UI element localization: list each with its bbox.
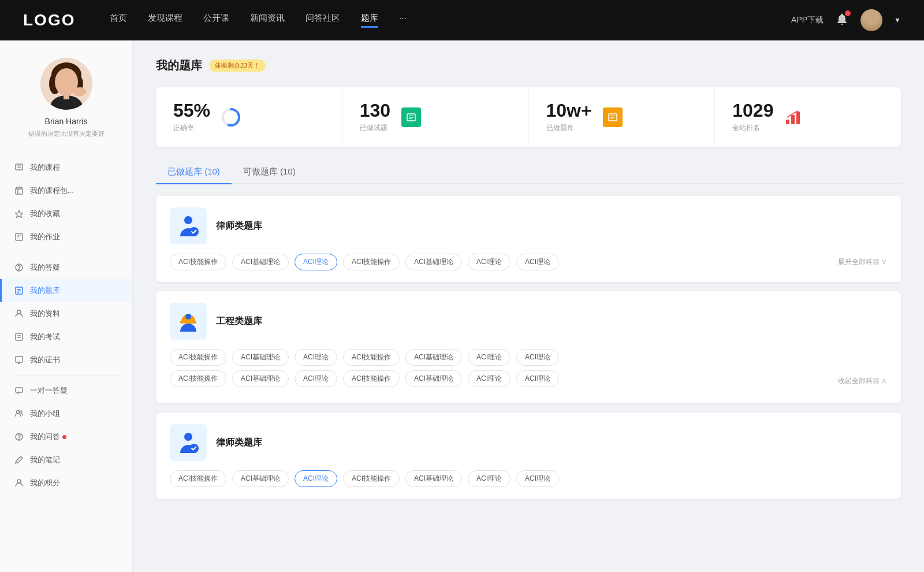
qbank-card-2-header: 工程类题库 bbox=[170, 303, 887, 340]
notification-bell[interactable] bbox=[835, 12, 849, 28]
sidebar-item-my-profile[interactable]: 我的资料 bbox=[0, 302, 132, 325]
sidebar-item-my-course[interactable]: 我的课程 bbox=[0, 156, 132, 179]
my-questions-icon bbox=[14, 432, 24, 442]
sidebar-item-my-qbank[interactable]: 我的题库 bbox=[0, 279, 132, 302]
yellow-list-icon bbox=[603, 107, 623, 127]
sidebar-label-my-cert: 我的证书 bbox=[30, 355, 60, 365]
tag-2-6[interactable]: ACI理论 bbox=[468, 349, 511, 366]
stat-done-banks: 10w+ 已做题库 bbox=[529, 87, 716, 147]
svg-point-17 bbox=[18, 270, 19, 270]
collapse-link-2[interactable]: 收起全部科目 ∧ bbox=[838, 376, 887, 386]
sidebar-label-my-package: 我的课程包... bbox=[30, 185, 74, 196]
tab-done[interactable]: 已做题库 (10) bbox=[156, 161, 232, 184]
sidebar-item-my-points[interactable]: 我的积分 bbox=[0, 471, 132, 495]
nav-qbank[interactable]: 题库 bbox=[361, 13, 378, 28]
main-content: 我的题库 体验剩余23天！ 55% 正确率 bbox=[133, 40, 924, 572]
tag-2-14[interactable]: ACI理论 bbox=[516, 370, 559, 387]
my-course-icon bbox=[14, 162, 24, 173]
sidebar-item-my-qa[interactable]: 我的答疑 bbox=[0, 256, 132, 279]
tag-2-8[interactable]: ACI技能操作 bbox=[170, 370, 226, 387]
tag-3-2[interactable]: ACI基础理论 bbox=[232, 470, 289, 487]
page-title: 我的题库 bbox=[156, 58, 202, 73]
app-download-button[interactable]: APP下载 bbox=[791, 15, 824, 25]
sidebar-item-my-package[interactable]: 我的课程包... bbox=[0, 179, 132, 202]
sidebar-label-one-on-one: 一对一答疑 bbox=[30, 385, 68, 396]
stat-done-text: 130 已做试题 bbox=[360, 101, 390, 133]
tag-2-12[interactable]: ACI基础理论 bbox=[405, 370, 462, 387]
sidebar-item-my-cert[interactable]: 我的证书 bbox=[0, 348, 132, 372]
lawyer-icon-2 bbox=[176, 430, 201, 455]
svg-point-27 bbox=[18, 362, 20, 364]
nav-home[interactable]: 首页 bbox=[110, 13, 127, 28]
tag-3-5[interactable]: ACI基础理论 bbox=[405, 470, 462, 487]
tag-1-4[interactable]: ACI技能操作 bbox=[343, 254, 400, 270]
qbank-card-1-header: 律师类题库 bbox=[170, 207, 887, 244]
nav-open-course[interactable]: 公开课 bbox=[203, 13, 229, 28]
tag-1-2[interactable]: ACI基础理论 bbox=[232, 254, 289, 270]
tag-2-5[interactable]: ACI基础理论 bbox=[405, 349, 462, 366]
nav-news[interactable]: 新闻资讯 bbox=[250, 13, 285, 28]
tag-3-7[interactable]: ACI理论 bbox=[516, 470, 559, 487]
my-collection-icon bbox=[14, 209, 24, 219]
sidebar-item-my-collection[interactable]: 我的收藏 bbox=[0, 202, 132, 225]
svg-marker-12 bbox=[16, 210, 23, 218]
accuracy-chart-icon bbox=[219, 106, 243, 129]
qbank-card-3-title: 律师类题库 bbox=[216, 437, 262, 449]
tag-1-7[interactable]: ACI理论 bbox=[516, 254, 559, 270]
sidebar-label-my-collection: 我的收藏 bbox=[30, 209, 60, 219]
questions-badge bbox=[62, 435, 66, 439]
sidebar-item-my-group[interactable]: 我的小组 bbox=[0, 402, 132, 425]
svg-rect-26 bbox=[16, 356, 23, 362]
tag-1-3[interactable]: ACI理论 bbox=[295, 254, 337, 270]
svg-rect-44 bbox=[791, 115, 795, 124]
sidebar-label-my-profile: 我的资料 bbox=[30, 309, 60, 319]
expand-link-1[interactable]: 展开全部科目 ∨ bbox=[838, 257, 887, 267]
tag-1-5[interactable]: ACI基础理论 bbox=[405, 254, 462, 270]
stat-accuracy-text: 55% 正确率 bbox=[173, 101, 210, 133]
sidebar-label-my-group: 我的小组 bbox=[30, 408, 60, 419]
tag-1-6[interactable]: ACI理论 bbox=[468, 254, 511, 270]
qbank-card-lawyer-2: 律师类题库 ACI技能操作 ACI基础理论 ACI理论 ACI技能操作 ACI基… bbox=[156, 413, 901, 499]
my-group-icon bbox=[14, 408, 24, 419]
sidebar-item-one-on-one[interactable]: 一对一答疑 bbox=[0, 379, 132, 402]
nav-qa[interactable]: 问答社区 bbox=[305, 13, 340, 28]
qbank-card-2-icon-wrap bbox=[170, 303, 207, 340]
sidebar-item-my-exam[interactable]: 我的考试 bbox=[0, 325, 132, 348]
user-menu-chevron[interactable]: ▼ bbox=[894, 16, 901, 24]
sidebar-label-my-notes: 我的笔记 bbox=[30, 455, 60, 465]
nav-more[interactable]: ··· bbox=[399, 13, 407, 28]
page-wrapper: Brian Harris 错误的决定比没有决定要好 我的课程 我的课程包... bbox=[0, 40, 924, 572]
svg-rect-10 bbox=[16, 189, 23, 194]
sidebar-avatar bbox=[40, 58, 92, 110]
qbank-card-3-icon-wrap bbox=[170, 424, 207, 461]
tag-3-4[interactable]: ACI技能操作 bbox=[343, 470, 400, 487]
nav-discover[interactable]: 发现课程 bbox=[148, 13, 182, 28]
tag-2-11[interactable]: ACI技能操作 bbox=[343, 370, 400, 387]
sidebar: Brian Harris 错误的决定比没有决定要好 我的课程 我的课程包... bbox=[0, 40, 133, 572]
tab-available[interactable]: 可做题库 (10) bbox=[232, 161, 307, 184]
sidebar-item-my-notes[interactable]: 我的笔记 bbox=[0, 448, 132, 471]
tag-2-13[interactable]: ACI理论 bbox=[468, 370, 511, 387]
sidebar-label-my-questions: 我的问答 bbox=[30, 432, 60, 442]
sidebar-profile: Brian Harris 错误的决定比没有决定要好 bbox=[0, 58, 132, 150]
tag-2-4[interactable]: ACI技能操作 bbox=[343, 349, 400, 366]
tag-2-3[interactable]: ACI理论 bbox=[295, 349, 337, 366]
tag-3-1[interactable]: ACI技能操作 bbox=[170, 470, 226, 487]
tag-2-9[interactable]: ACI基础理论 bbox=[232, 370, 289, 387]
qbank-card-1-icon-wrap bbox=[170, 207, 207, 244]
tag-1-1[interactable]: ACI技能操作 bbox=[170, 254, 226, 270]
tag-2-10[interactable]: ACI理论 bbox=[295, 370, 337, 387]
sidebar-label-my-homework: 我的作业 bbox=[30, 232, 60, 242]
sidebar-item-my-questions[interactable]: 我的问答 bbox=[0, 425, 132, 448]
tag-2-2[interactable]: ACI基础理论 bbox=[232, 349, 289, 366]
tag-3-6[interactable]: ACI理论 bbox=[468, 470, 511, 487]
avatar-image bbox=[860, 9, 882, 31]
tag-3-3[interactable]: ACI理论 bbox=[295, 470, 337, 487]
tag-2-7[interactable]: ACI理论 bbox=[516, 349, 559, 366]
tag-2-1[interactable]: ACI技能操作 bbox=[170, 349, 226, 366]
my-package-icon bbox=[14, 185, 24, 196]
sidebar-username: Brian Harris bbox=[12, 117, 121, 126]
user-avatar[interactable] bbox=[860, 9, 882, 31]
sidebar-item-my-homework[interactable]: 我的作业 bbox=[0, 225, 132, 248]
sidebar-divider-1 bbox=[14, 252, 118, 252]
